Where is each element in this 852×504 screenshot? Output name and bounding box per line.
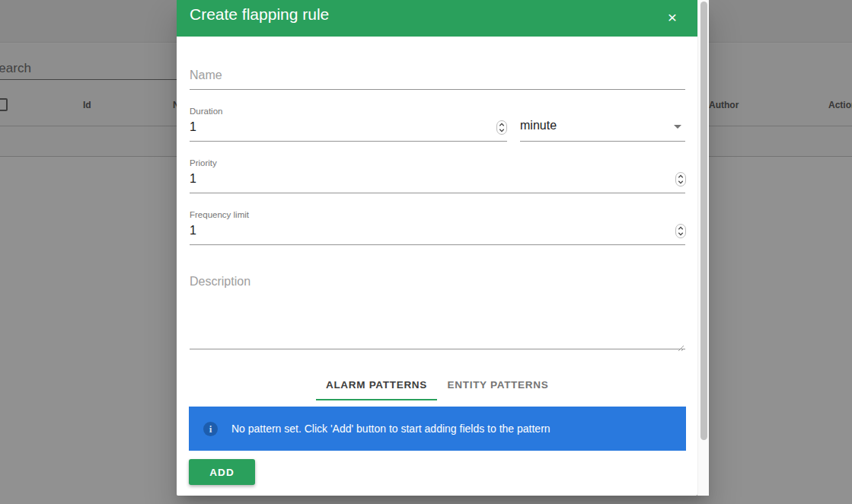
dialog-scrollbar-thumb[interactable] <box>700 2 707 440</box>
frequency-limit-label: Frequency limit <box>190 210 249 219</box>
modal-header: Create flapping rule × <box>177 0 697 37</box>
modal-card: Create flapping rule × Duration minute P… <box>177 0 697 496</box>
modal-title: Create flapping rule <box>190 5 329 24</box>
duration-unit-value: minute <box>520 119 557 132</box>
duration-label: Duration <box>190 107 222 116</box>
resize-handle-icon[interactable] <box>678 341 684 348</box>
close-button[interactable]: × <box>661 6 684 29</box>
description-textarea[interactable] <box>190 268 685 349</box>
duration-unit-select[interactable]: minute <box>520 119 685 142</box>
info-icon: i <box>203 422 218 436</box>
frequency-limit-spinner[interactable] <box>675 224 686 238</box>
priority-spinner[interactable] <box>675 172 686 187</box>
add-button[interactable]: ADD <box>189 459 255 485</box>
active-tab-indicator <box>316 399 437 400</box>
create-flapping-rule-dialog: Create flapping rule × Duration minute P… <box>177 0 709 496</box>
name-input[interactable] <box>190 67 685 90</box>
duration-input[interactable] <box>190 119 507 142</box>
priority-label: Priority <box>190 158 217 167</box>
priority-input[interactable] <box>190 171 685 193</box>
info-banner-text: No pattern set. Click 'Add' button to st… <box>231 407 550 451</box>
frequency-limit-input[interactable] <box>190 222 685 245</box>
duration-spinner[interactable] <box>496 120 507 135</box>
chevron-down-icon <box>674 125 681 129</box>
tab-alarm-patterns[interactable]: ALARM PATTERNS <box>316 371 437 399</box>
info-banner: i No pattern set. Click 'Add' button to … <box>189 407 686 451</box>
dialog-scrollbar-track[interactable] <box>697 0 709 496</box>
tab-entity-patterns[interactable]: ENTITY PATTERNS <box>437 371 559 399</box>
